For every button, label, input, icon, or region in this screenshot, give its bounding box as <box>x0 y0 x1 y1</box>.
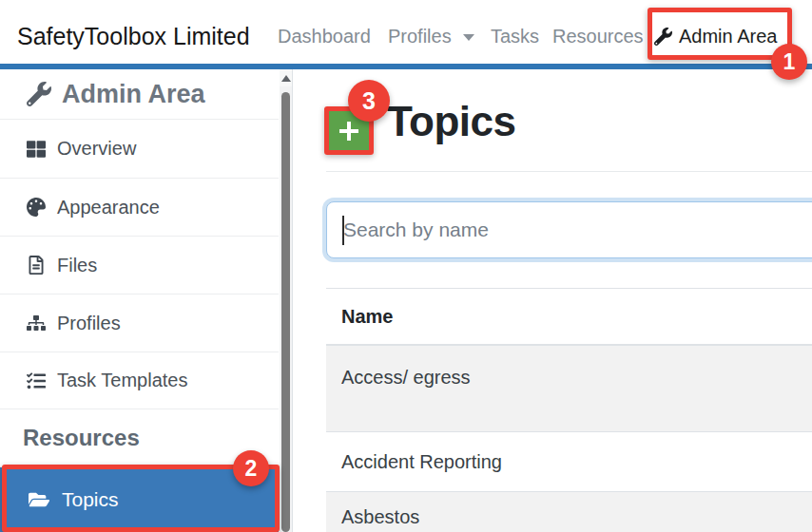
wrench-icon <box>654 28 672 46</box>
nav-admin-area-label: Admin Area <box>679 26 777 48</box>
sidebar-header-admin-area: Admin Area <box>0 69 279 120</box>
sidebar-header-label: Admin Area <box>62 80 205 109</box>
sidebar-item-label: Files <box>57 255 97 276</box>
title-divider <box>326 171 812 172</box>
overview-grid-icon <box>27 140 46 159</box>
sidebar-item-label: Appearance <box>57 197 160 218</box>
search-input[interactable] <box>326 201 812 258</box>
sitemap-icon <box>27 314 46 332</box>
scroll-up-button[interactable] <box>280 69 292 86</box>
nav-item-resources[interactable]: Resources <box>552 26 644 48</box>
nav-item-admin-area[interactable]: Admin Area <box>654 26 777 48</box>
sidebar-item-profiles[interactable]: Profiles <box>0 294 279 352</box>
triangle-up-icon <box>281 75 291 82</box>
sidebar-section-label: Resources <box>23 425 140 451</box>
table-row[interactable]: Asbestos <box>326 491 812 532</box>
plus-icon <box>339 122 358 141</box>
table-row[interactable]: Accident Reporting <box>326 431 812 491</box>
text-cursor <box>342 216 344 245</box>
annotation-badge-2: 2 <box>233 450 269 486</box>
sidebar-item-label: Topics <box>62 488 119 511</box>
nav-item-profiles[interactable]: Profiles <box>388 26 452 48</box>
sidebar-item-overview[interactable]: Overview <box>0 120 279 179</box>
sidebar-item-task-templates[interactable]: Task Templates <box>0 352 279 409</box>
chevron-down-icon <box>463 34 474 41</box>
file-icon <box>27 256 46 275</box>
topics-table: Name Access/ egress Accident Reporting A… <box>326 288 812 532</box>
sidebar-item-label: Profiles <box>57 313 121 334</box>
column-header-name: Name <box>326 289 812 346</box>
palette-icon <box>27 198 46 217</box>
nav-item-dashboard[interactable]: Dashboard <box>278 26 371 48</box>
scrollbar-thumb[interactable] <box>281 92 290 532</box>
annotation-badge-1: 1 <box>771 44 807 80</box>
wrench-icon <box>27 82 51 106</box>
navbar-accent-bar <box>0 64 812 69</box>
sidebar-scrollbar[interactable] <box>280 69 292 532</box>
brand-title[interactable]: SafetyToolbox Limited <box>17 23 250 50</box>
nav-item-tasks[interactable]: Tasks <box>491 26 539 48</box>
annotation-badge-3: 3 <box>348 80 390 122</box>
top-navbar: SafetyToolbox Limited Dashboard Profiles… <box>0 0 812 64</box>
sidebar-item-label: Task Templates <box>57 370 187 391</box>
task-list-icon <box>27 371 46 390</box>
page-title: Topics <box>387 98 516 145</box>
sidebar-item-label: Overview <box>57 138 136 160</box>
table-row[interactable]: Access/ egress <box>326 346 812 431</box>
sidebar-item-appearance[interactable]: Appearance <box>0 179 279 237</box>
folder-icon <box>29 489 49 510</box>
sidebar-item-files[interactable]: Files <box>0 237 279 294</box>
